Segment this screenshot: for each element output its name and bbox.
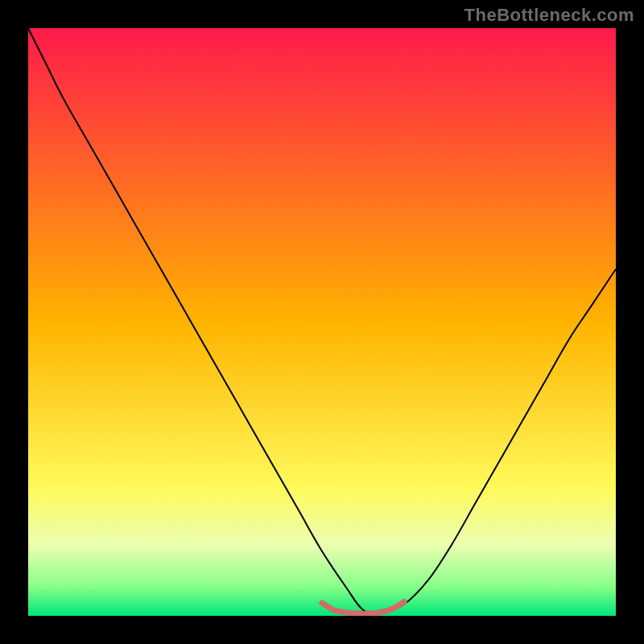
chart-svg: [28, 28, 616, 616]
watermark-label: TheBottleneck.com: [464, 5, 634, 26]
plot-area: [28, 28, 616, 616]
gradient-background: [28, 28, 616, 616]
chart-frame: TheBottleneck.com: [0, 0, 644, 644]
